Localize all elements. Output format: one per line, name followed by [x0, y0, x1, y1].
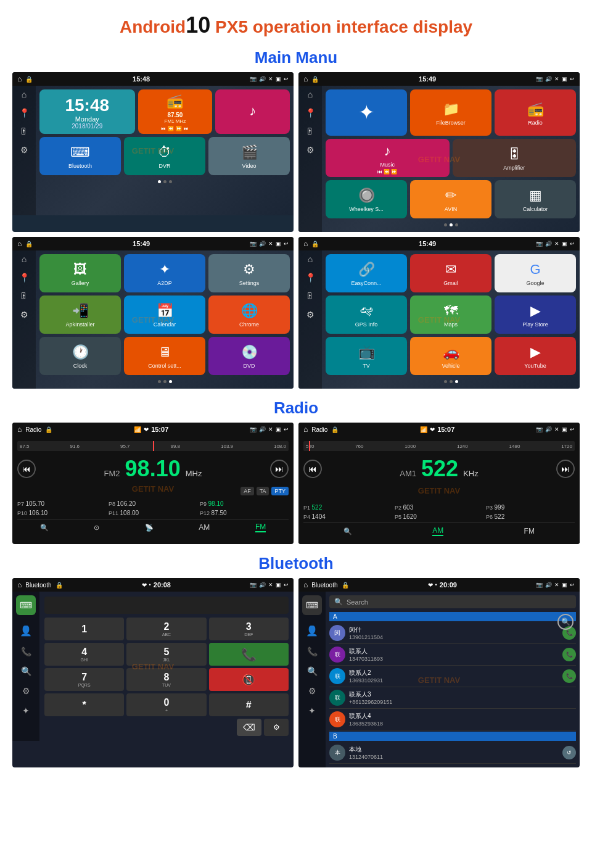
fm-antenna-btn[interactable]: 📡 — [145, 524, 154, 532]
close-icon-bt1[interactable]: ✕ — [268, 582, 273, 588]
preset-am-p2[interactable]: P2 603 — [395, 504, 483, 511]
key-9-end[interactable]: 📵 — [209, 668, 289, 691]
am-next-btn[interactable]: ⏭ — [556, 460, 575, 478]
btn-ta[interactable]: TA — [257, 487, 269, 495]
bt-calls-tab-2[interactable]: 📞 — [307, 647, 318, 656]
nav-settings-3[interactable]: ⚙ — [20, 310, 28, 320]
tile-apkinstaller[interactable]: 📲 ApkInstaller — [39, 296, 121, 334]
tile-gmail[interactable]: ✉ Gmail — [410, 254, 491, 292]
close-icon-am[interactable]: ✕ — [554, 426, 559, 432]
bt-icon-tab[interactable]: ✦ — [22, 706, 30, 716]
nav-settings-4[interactable]: ⚙ — [306, 310, 314, 320]
nav-map-2[interactable]: 📍 — [305, 108, 316, 118]
key-7[interactable]: 7PQRS — [44, 668, 124, 691]
close-icon-1[interactable]: ✕ — [268, 76, 273, 82]
preset-p8[interactable]: P8 106.20 — [109, 500, 197, 507]
preset-am-p1[interactable]: P1 522 — [303, 504, 392, 511]
nav-home-4[interactable]: ⌂ — [308, 254, 313, 264]
tile-bt-2[interactable]: ✦ — [326, 89, 407, 136]
nav-home-3[interactable]: ⌂ — [22, 254, 27, 264]
am-search-btn[interactable]: 🔍 — [343, 527, 352, 535]
window-icon-1[interactable]: ▣ — [276, 76, 281, 82]
tile-maps[interactable]: 🗺 Maps — [410, 296, 491, 334]
fm-fm-btn[interactable]: FM — [255, 523, 266, 532]
tile-radio-1[interactable]: 📻 87.50 FM1 MHz ⏮ ⏪ ⏩ ⏭ — [138, 89, 213, 134]
window-icon-bt2[interactable]: ▣ — [562, 582, 567, 588]
preset-p7[interactable]: P7 105.70 — [17, 500, 106, 507]
tile-calculator[interactable]: ▦ Calculator — [495, 180, 576, 218]
nav-eq-4[interactable]: 🎚 — [306, 291, 314, 301]
tile-clock[interactable]: 15:48 Monday 2018/01/29 — [39, 89, 135, 134]
bt-settings-tab-2[interactable]: ⚙ — [308, 686, 316, 696]
key-8[interactable]: 8TUV — [126, 668, 206, 691]
key-settings-small[interactable]: ⚙ — [264, 719, 289, 736]
home-icon-bt1[interactable]: ⌂ — [17, 581, 22, 589]
key-4[interactable]: 4GHI — [44, 643, 124, 666]
window-icon-2[interactable]: ▣ — [562, 76, 567, 82]
fm-am-btn[interactable]: AM — [199, 523, 210, 532]
tile-calendar[interactable]: 📅 Calendar — [124, 296, 205, 334]
key-hash[interactable]: # — [209, 693, 289, 716]
back-icon-am[interactable]: ↩ — [570, 426, 575, 432]
close-icon-3[interactable]: ✕ — [268, 241, 273, 247]
tile-playstore[interactable]: ▶ Play Store — [495, 296, 576, 334]
tile-video-1[interactable]: 🎬 Video — [208, 137, 290, 175]
nav-map-1[interactable]: 📍 — [19, 108, 30, 118]
nav-map-3[interactable]: 📍 — [19, 273, 30, 283]
tile-radio-2[interactable]: 📻 Radio — [495, 89, 576, 136]
bt-dial-tab-2[interactable]: ⌨ — [302, 595, 322, 615]
nav-home-2[interactable]: ⌂ — [308, 89, 313, 99]
tile-settings[interactable]: ⚙ Settings — [208, 254, 290, 292]
tile-vehicle[interactable]: 🚗 Vehicle — [410, 337, 491, 375]
fm-next-btn[interactable]: ⏭ — [270, 460, 289, 478]
tile-dvd[interactable]: 💿 DVD — [208, 337, 290, 375]
nav-eq-2[interactable]: 🎚 — [306, 126, 314, 136]
tile-a2dp[interactable]: ✦ A2DP — [124, 254, 205, 292]
bt-settings-tab[interactable]: ⚙ — [22, 686, 30, 696]
preset-am-p3[interactable]: P3 999 — [486, 504, 575, 511]
tile-amplifier[interactable]: 🎛 Amplifier — [453, 139, 577, 177]
contact-search-btn[interactable]: 🔍 — [557, 614, 574, 630]
window-icon-am[interactable]: ▣ — [562, 426, 567, 432]
back-icon-2[interactable]: ↩ — [570, 76, 575, 82]
bt-calls-tab[interactable]: 📞 — [21, 647, 31, 656]
tile-gpsinfo[interactable]: 🛩 GPS Info — [326, 296, 407, 334]
back-icon-4[interactable]: ↩ — [570, 241, 575, 247]
tile-wheelkey[interactable]: 🔘 Wheelkey S... — [326, 180, 407, 218]
nav-eq-3[interactable]: 🎚 — [20, 291, 28, 301]
close-icon-2[interactable]: ✕ — [554, 76, 559, 82]
key-1[interactable]: 1 — [44, 618, 124, 640]
refresh-btn-1[interactable]: ↺ — [562, 746, 576, 759]
home-icon-3[interactable]: ⌂ — [17, 239, 22, 248]
fm-prev-btn[interactable]: ⏮ — [17, 460, 36, 478]
preset-am-p6[interactable]: P6 522 — [486, 513, 575, 520]
nav-map-4[interactable]: 📍 — [305, 273, 316, 283]
back-icon-bt2[interactable]: ↩ — [570, 582, 575, 588]
back-icon-fm[interactable]: ↩ — [284, 426, 289, 432]
bt-search-tab-2[interactable]: 🔍 — [307, 666, 318, 676]
am-am-btn[interactable]: AM — [432, 526, 443, 536]
tile-filebrowser[interactable]: 📁 FileBrowser — [410, 89, 491, 136]
bt-search-tab[interactable]: 🔍 — [21, 666, 31, 676]
tile-controlsett[interactable]: 🖥 Control sett... — [124, 337, 205, 375]
tile-chrome[interactable]: 🌐 Chrome — [208, 296, 290, 334]
btn-pty[interactable]: PTY — [271, 487, 289, 495]
close-icon-4[interactable]: ✕ — [554, 241, 559, 247]
tile-easyconn[interactable]: 🔗 EasyConn... — [326, 254, 407, 292]
close-icon-fm[interactable]: ✕ — [268, 426, 273, 432]
key-0[interactable]: 0+ — [126, 693, 206, 716]
home-icon[interactable]: ⌂ — [17, 75, 22, 83]
window-icon-3[interactable]: ▣ — [276, 241, 281, 247]
tile-dvr-1[interactable]: ⏱ DVR — [124, 137, 205, 175]
home-icon-bt2[interactable]: ⌂ — [303, 581, 308, 589]
back-icon-1[interactable]: ↩ — [284, 76, 289, 82]
preset-am-p4[interactable]: P4 1404 — [303, 513, 392, 520]
nav-settings-2[interactable]: ⚙ — [306, 145, 314, 155]
key-5[interactable]: 5JKL — [126, 643, 206, 666]
preset-p10[interactable]: P10 106.10 — [17, 510, 106, 516]
home-icon-2[interactable]: ⌂ — [303, 75, 308, 83]
am-prev-btn[interactable]: ⏮ — [303, 460, 322, 478]
home-icon-4[interactable]: ⌂ — [303, 239, 308, 248]
btn-af[interactable]: AF — [240, 487, 254, 495]
home-icon-fm[interactable]: ⌂ — [17, 425, 22, 434]
